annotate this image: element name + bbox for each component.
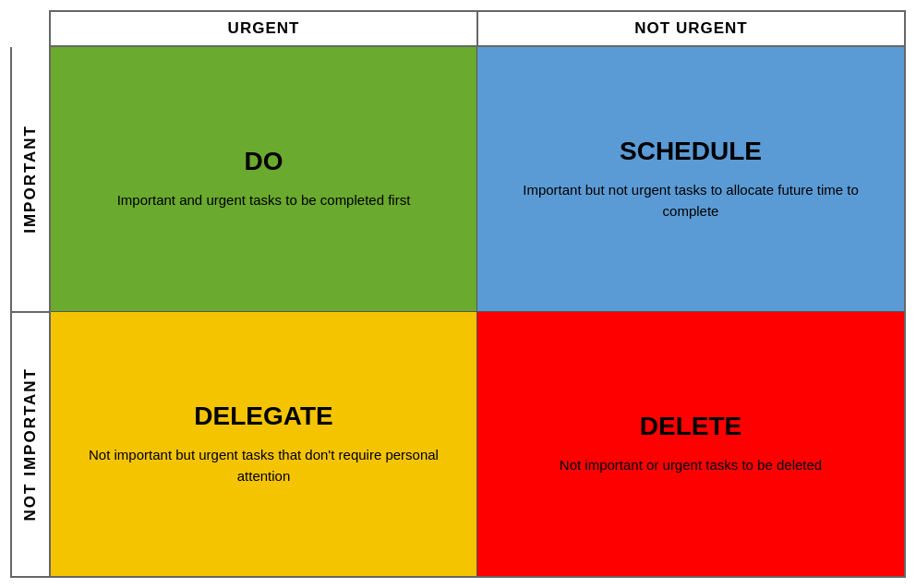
matrix-content: IMPORTANT NOT IMPORTANT DO Important and…: [10, 47, 906, 578]
column-headers: URGENT NOT URGENT: [49, 10, 906, 47]
delete-title: DELETE: [640, 412, 741, 441]
schedule-title: SCHEDULE: [620, 137, 762, 166]
quadrants-grid: DO Important and urgent tasks to be comp…: [49, 47, 906, 578]
not-important-label: NOT IMPORTANT: [21, 367, 40, 521]
not-important-label-cell: NOT IMPORTANT: [10, 313, 49, 579]
important-label-cell: IMPORTANT: [10, 47, 49, 313]
quadrant-do: DO Important and urgent tasks to be comp…: [51, 47, 477, 312]
quadrant-delegate: DELEGATE Not important but urgent tasks …: [51, 312, 477, 577]
row-labels: IMPORTANT NOT IMPORTANT: [10, 47, 49, 578]
schedule-description: Important but not urgent tasks to alloca…: [510, 179, 872, 222]
not-urgent-header: NOT URGENT: [478, 10, 906, 47]
delegate-title: DELEGATE: [194, 402, 332, 431]
delegate-description: Not important but urgent tasks that don'…: [83, 444, 444, 487]
do-title: DO: [245, 147, 283, 176]
quadrant-schedule: SCHEDULE Important but not urgent tasks …: [477, 47, 904, 312]
do-description: Important and urgent tasks to be complet…: [117, 189, 411, 210]
quadrant-delete: DELETE Not important or urgent tasks to …: [477, 312, 904, 577]
not-urgent-label: NOT URGENT: [634, 19, 747, 37]
urgent-label: URGENT: [228, 19, 300, 37]
delete-description: Not important or urgent tasks to be dele…: [560, 454, 822, 475]
urgent-header: URGENT: [49, 10, 478, 47]
important-label: IMPORTANT: [21, 125, 40, 234]
eisenhower-matrix: URGENT NOT URGENT IMPORTANT NOT IMPORTAN…: [10, 10, 906, 578]
